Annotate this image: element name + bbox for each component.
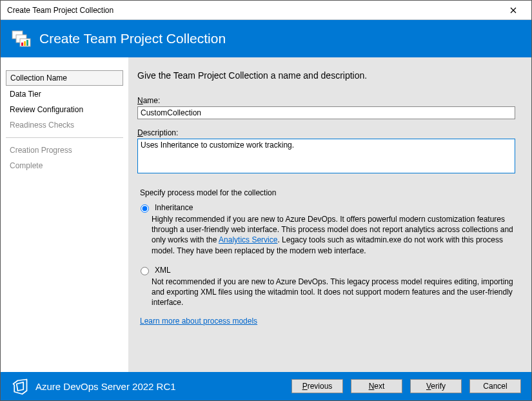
analytics-service-link[interactable]: Analytics Service [219,235,277,244]
inheritance-radio[interactable] [141,204,149,213]
xml-description: Not recommended if you are new to Azure … [152,277,517,308]
name-label: Name: [137,96,517,105]
wizard-footer: Azure DevOps Server 2022 RC1 Previous Ne… [1,372,531,400]
previous-button-rest: revious [308,382,333,391]
azure-devops-logo-icon [11,377,29,395]
sidebar-item-readiness-checks: Readiness Checks [6,118,123,132]
wizard-sidebar: Collection Name Data Tier Review Configu… [1,57,128,372]
svg-rect-3 [21,43,23,46]
previous-button[interactable]: Previous [291,379,343,393]
sidebar-item-collection-name[interactable]: Collection Name [6,70,123,86]
xml-radio[interactable] [141,267,149,275]
inheritance-option: Inheritance Highly recommended if you ar… [137,202,517,256]
verify-button-rest: erify [431,382,446,391]
close-icon [510,7,517,14]
next-button-rest: ext [374,382,384,391]
wizard-banner: Create Team Project Collection [1,20,531,57]
inheritance-label[interactable]: Inheritance [155,203,193,212]
sidebar-item-data-tier[interactable]: Data Tier [6,87,123,101]
sidebar-item-complete: Complete [6,159,123,173]
sidebar-item-creation-progress: Creation Progress [6,143,123,157]
product-name: Azure DevOps Server 2022 RC1 [35,381,176,392]
collection-icon [11,28,32,49]
description-input[interactable] [137,139,515,173]
name-input[interactable] [137,106,515,119]
sidebar-item-review-configuration[interactable]: Review Configuration [6,103,123,117]
learn-more-link[interactable]: Learn more about process models [140,317,257,326]
window-titlebar: Create Team Project Collection [1,1,531,20]
close-button[interactable] [500,1,526,19]
cancel-button-label: Cancel [483,382,507,391]
xml-label[interactable]: XML [155,266,171,275]
description-label: Description: [137,128,517,137]
wizard-body: Collection Name Data Tier Review Configu… [1,57,531,372]
verify-button[interactable]: Verify [410,379,462,393]
cancel-button[interactable]: Cancel [469,379,521,393]
svg-rect-4 [24,41,26,46]
process-model-section-label: Specify process model for the collection [140,188,517,197]
window-title: Create Team Project Collection [7,6,113,15]
page-heading: Give the Team Project Collection a name … [137,70,517,81]
inheritance-description: Highly recommended if you are new to Azu… [152,214,517,256]
next-button[interactable]: Next [351,379,402,393]
banner-title: Create Team Project Collection [39,31,226,46]
sidebar-separator [6,137,123,138]
wizard-content: Give the Team Project Collection a name … [128,57,531,372]
svg-rect-5 [26,40,28,46]
xml-option: XML Not recommended if you are new to Az… [137,265,517,308]
